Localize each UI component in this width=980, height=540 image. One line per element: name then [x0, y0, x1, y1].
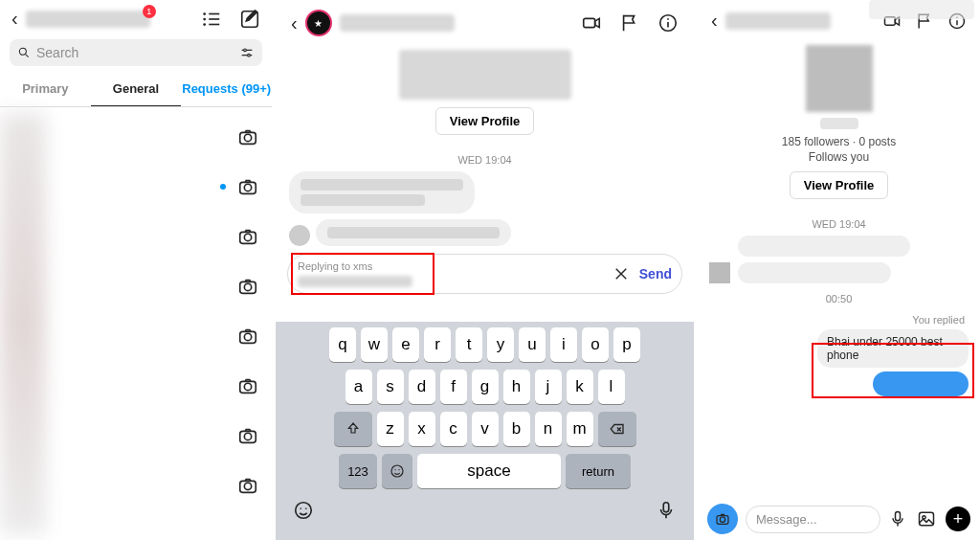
key-u[interactable]: u: [519, 327, 546, 362]
key-i[interactable]: i: [550, 327, 577, 362]
key-o[interactable]: o: [582, 327, 609, 362]
camera-icon[interactable]: [237, 176, 258, 197]
flag-icon[interactable]: [619, 12, 640, 34]
ios-keyboard[interactable]: qwertyuiop asdfghjkl zxcvbnm 123 space r…: [276, 322, 694, 540]
compose-icon[interactable]: [239, 9, 260, 30]
camera-icon[interactable]: [237, 425, 258, 446]
camera-icon[interactable]: [237, 326, 258, 347]
svg-point-12: [248, 54, 251, 56]
account-name[interactable]: 1: [26, 11, 193, 28]
filter-icon[interactable]: [239, 45, 255, 60]
key-h[interactable]: h: [503, 370, 530, 404]
tab-requests[interactable]: Requests (99+): [181, 72, 272, 106]
gallery-icon[interactable]: [917, 509, 936, 529]
list-icon[interactable]: [201, 9, 222, 30]
reply-composer[interactable]: Replying to xms Send: [287, 254, 682, 294]
key-l[interactable]: l: [598, 370, 625, 404]
incoming-message[interactable]: [289, 171, 680, 214]
emoji-icon[interactable]: [293, 500, 314, 521]
key-z[interactable]: z: [377, 412, 404, 446]
key-f[interactable]: f: [440, 370, 467, 404]
back-icon[interactable]: ‹: [11, 8, 18, 30]
mic-icon[interactable]: [656, 500, 677, 521]
back-icon[interactable]: ‹: [711, 10, 718, 32]
svg-point-50: [720, 517, 724, 522]
svg-point-2: [203, 23, 206, 26]
message-input[interactable]: Message...: [746, 506, 880, 533]
key-k[interactable]: k: [567, 370, 593, 404]
back-icon[interactable]: ‹: [291, 12, 298, 34]
key-n[interactable]: n: [535, 412, 562, 446]
inbox-panel: ‹ 1 Search Primary General Requests (99+…: [0, 0, 276, 540]
add-button[interactable]: +: [946, 506, 970, 531]
search-icon: [17, 46, 31, 59]
close-icon[interactable]: [612, 265, 630, 282]
key-v[interactable]: v: [472, 412, 499, 446]
key-m[interactable]: m: [567, 412, 593, 446]
unread-badge: 1: [143, 5, 156, 18]
tab-primary[interactable]: Primary: [0, 72, 91, 106]
quoted-message[interactable]: Bhai under 25000 best phone: [817, 329, 969, 368]
timestamp: 00:50: [709, 293, 969, 304]
view-profile-button[interactable]: View Profile: [435, 107, 534, 135]
space-key[interactable]: space: [417, 454, 561, 488]
incoming-message[interactable]: [738, 262, 891, 283]
svg-rect-53: [920, 512, 934, 525]
chat-header: ‹ ★: [276, 0, 694, 46]
key-c[interactable]: c: [440, 412, 467, 446]
mic-icon[interactable]: [888, 509, 907, 529]
video-call-icon[interactable]: [581, 12, 602, 34]
key-w[interactable]: w: [361, 327, 388, 362]
key-e[interactable]: e: [392, 327, 419, 362]
camera-icon[interactable]: [237, 276, 258, 297]
reply-preview-redacted: [298, 276, 412, 287]
svg-point-26: [244, 433, 251, 439]
key-t[interactable]: t: [456, 327, 482, 362]
numbers-key[interactable]: 123: [339, 454, 377, 488]
emoji-key[interactable]: [382, 454, 412, 488]
key-b[interactable]: b: [503, 412, 530, 446]
shift-key[interactable]: [334, 412, 372, 446]
profile-name-redacted: [820, 118, 858, 129]
camera-icon[interactable]: [237, 226, 258, 247]
send-button[interactable]: Send: [639, 266, 672, 281]
tab-general[interactable]: General: [91, 72, 182, 106]
chat-username[interactable]: [725, 12, 831, 30]
key-d[interactable]: d: [409, 370, 435, 404]
camera-icon[interactable]: [237, 375, 258, 396]
svg-rect-43: [663, 503, 669, 512]
profile-card: View Profile: [276, 46, 694, 143]
incoming-message[interactable]: [738, 236, 910, 257]
backspace-key[interactable]: [598, 412, 636, 446]
svg-point-37: [391, 465, 403, 477]
key-x[interactable]: x: [409, 412, 435, 446]
view-profile-button[interactable]: View Profile: [790, 171, 888, 199]
watermark: [869, 0, 974, 19]
avatar[interactable]: [806, 45, 873, 112]
thread-list[interactable]: [0, 107, 272, 540]
story-avatar[interactable]: ★: [305, 10, 332, 36]
key-q[interactable]: q: [329, 327, 356, 362]
info-icon[interactable]: [657, 12, 679, 34]
search-input[interactable]: Search: [10, 39, 262, 66]
avatar: [709, 262, 730, 283]
return-key[interactable]: return: [566, 454, 631, 488]
key-j[interactable]: j: [535, 370, 562, 404]
key-y[interactable]: y: [487, 327, 514, 362]
key-a[interactable]: a: [345, 370, 372, 404]
chat-username[interactable]: [340, 14, 455, 32]
key-s[interactable]: s: [377, 370, 404, 404]
incoming-message[interactable]: [289, 219, 680, 246]
key-p[interactable]: p: [613, 327, 640, 362]
camera-button[interactable]: [707, 504, 738, 534]
key-g[interactable]: g: [472, 370, 499, 404]
svg-point-7: [19, 48, 26, 55]
search-placeholder: Search: [36, 45, 239, 60]
outgoing-message[interactable]: [873, 371, 969, 396]
camera-icon[interactable]: [237, 475, 258, 496]
key-r[interactable]: r: [424, 327, 451, 362]
svg-point-42: [305, 507, 307, 509]
thread-list-blur: [0, 113, 46, 534]
timestamp: WED 19:04: [276, 154, 694, 166]
camera-icon[interactable]: [237, 126, 258, 147]
